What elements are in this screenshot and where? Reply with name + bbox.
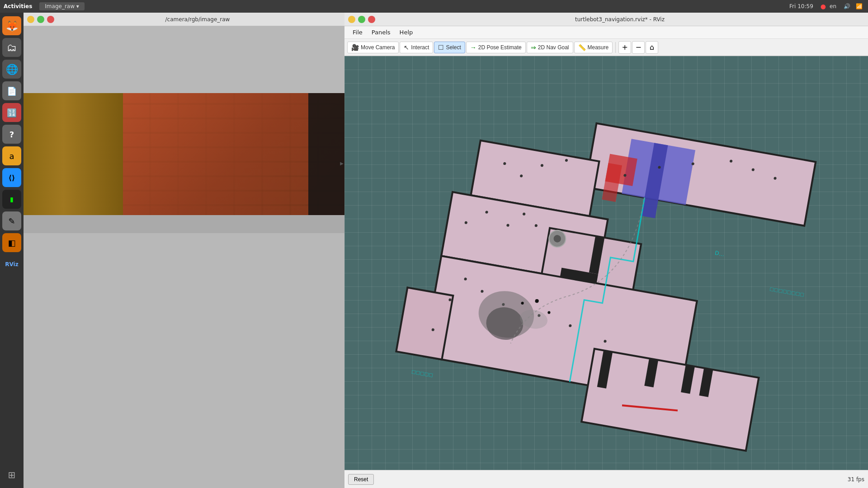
move-camera-icon: 🎥 xyxy=(351,44,359,51)
rviz-main-area: D... □□□□□□□□ □□□□□ Reset 31 fps xyxy=(344,56,868,488)
image-raw-window: /camera/rgb/image_raw ▶ xyxy=(24,13,344,488)
dock-icon-files[interactable]: 🗂 xyxy=(2,38,21,57)
image-raw-titlebar: /camera/rgb/image_raw xyxy=(24,13,344,26)
volume-icon[interactable]: 🔊 xyxy=(844,3,850,9)
dock-icon-calc[interactable]: 🔢 xyxy=(2,103,21,122)
rviz-menubar: File Panels Help xyxy=(344,26,868,39)
measure-btn[interactable]: 📏 Measure xyxy=(574,42,613,53)
dock-icon-vscode[interactable]: ⟨⟩ xyxy=(2,168,21,187)
image-raw-window-controls xyxy=(27,16,54,23)
dock-icon-apps[interactable]: ⊞ xyxy=(2,465,21,484)
rviz-titlebar: turtlebot3_navigation.rviz* - RViz xyxy=(344,13,868,26)
interact-btn[interactable]: ↖ Interact xyxy=(400,42,433,53)
dock-icon-notepad[interactable]: ✎ xyxy=(2,211,21,230)
image-raw-title: /camera/rgb/image_raw xyxy=(54,16,341,23)
rviz-maximize-btn[interactable] xyxy=(358,16,365,23)
toolbar-separator xyxy=(615,42,616,53)
scroll-arrow: ▶ xyxy=(340,161,344,166)
select-btn[interactable]: ☐ Select xyxy=(434,42,465,53)
fps-counter: 31 fps xyxy=(848,476,864,483)
dock-icon-firefox[interactable]: 🦊 xyxy=(2,16,21,35)
system-tray: en 🔊 📶 xyxy=(830,3,864,9)
activities-button[interactable]: Activities xyxy=(4,3,32,9)
dock-icon-layers[interactable]: ◧ xyxy=(2,233,21,252)
zoom-out-btn[interactable]: − xyxy=(632,41,645,54)
system-bar: Activities Image_raw ▾ Fri 10:59 ● en 🔊 … xyxy=(0,0,868,13)
rviz-toolbar: 🎥 Move Camera ↖ Interact ☐ Select → 2D P… xyxy=(344,39,868,56)
rviz-statusbar: Reset 31 fps xyxy=(344,470,868,488)
network-icon[interactable]: 📶 xyxy=(856,3,863,9)
svg-text:D...: D... xyxy=(714,250,725,258)
dock-icon-terminal[interactable]: ▮ xyxy=(2,190,21,209)
svg-rect-6 xyxy=(396,287,453,359)
lang-indicator[interactable]: en xyxy=(830,3,836,9)
nav-goal-icon: ⇒ xyxy=(531,44,536,51)
rviz-close-btn[interactable] xyxy=(368,16,375,23)
home-view-btn[interactable]: ⌂ xyxy=(646,41,658,54)
camera-image-display: ▶ xyxy=(24,93,344,233)
menu-help[interactable]: Help xyxy=(395,28,418,37)
recording-indicator: ● xyxy=(821,3,826,10)
svg-text:□□□□□□□□: □□□□□□□□ xyxy=(769,286,805,297)
rviz-minimize-btn[interactable] xyxy=(348,16,355,23)
move-camera-btn[interactable]: 🎥 Move Camera xyxy=(347,42,399,53)
interact-icon: ↖ xyxy=(404,44,409,51)
pose-estimate-icon: → xyxy=(470,44,476,51)
measure-icon: 📏 xyxy=(578,44,586,51)
dock-icon-maps[interactable]: 🌐 xyxy=(2,60,21,79)
select-icon: ☐ xyxy=(438,44,444,51)
svg-text:□□□□□: □□□□□ xyxy=(411,368,434,377)
rviz-window-controls xyxy=(348,16,375,23)
nav-goal-btn[interactable]: ⇒ 2D Nav Goal xyxy=(527,42,573,53)
rviz-window: turtlebot3_navigation.rviz* - RViz File … xyxy=(344,13,868,488)
floor-area xyxy=(24,215,344,233)
image-raw-maximize-btn[interactable] xyxy=(37,16,44,23)
wood-panel xyxy=(24,93,123,233)
dock-icon-help[interactable]: ? xyxy=(2,125,21,144)
menu-file[interactable]: File xyxy=(348,28,367,37)
map-visualization: D... □□□□□□□□ □□□□□ xyxy=(358,56,868,470)
dock-icon-rviz[interactable]: RViz xyxy=(2,255,21,274)
dock-icon-docs[interactable]: 📄 xyxy=(2,81,21,100)
dark-right-edge xyxy=(308,93,344,233)
image-raw-content: ▶ xyxy=(24,26,344,488)
menu-panels[interactable]: Panels xyxy=(367,28,395,37)
taskbar-window-title[interactable]: Image_raw ▾ xyxy=(39,2,85,10)
image-raw-minimize-btn[interactable] xyxy=(27,16,34,23)
pose-estimate-btn[interactable]: → 2D Pose Estimate xyxy=(466,42,526,53)
dock-icon-amazon[interactable]: a xyxy=(2,146,21,165)
application-dock: 🦊 🗂 🌐 📄 🔢 ? a ⟨⟩ ▮ ✎ ◧ RViz ⊞ xyxy=(0,13,24,488)
zoom-in-btn[interactable]: + xyxy=(618,41,631,54)
rviz-viewport[interactable]: D... □□□□□□□□ □□□□□ xyxy=(344,56,868,470)
image-raw-close-btn[interactable] xyxy=(47,16,54,23)
system-clock: Fri 10:59 xyxy=(789,3,813,9)
rviz-title: turtlebot3_navigation.rviz* - RViz xyxy=(375,16,864,23)
reset-button[interactable]: Reset xyxy=(348,474,374,485)
